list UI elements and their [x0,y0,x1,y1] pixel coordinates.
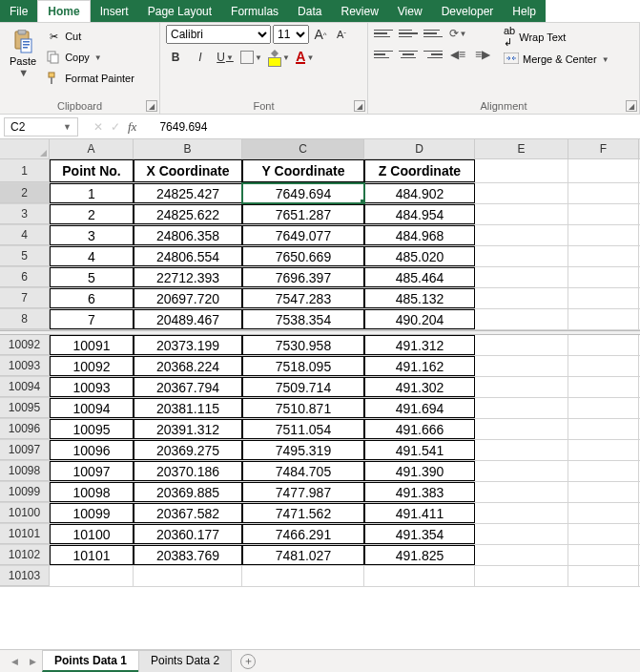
cell-A10099[interactable]: 10098 [50,482,134,502]
clipboard-dialog-launcher-icon[interactable]: ◢ [146,100,157,112]
menu-tab-developer[interactable]: Developer [432,0,504,22]
cell-F4[interactable] [568,225,639,245]
cell-A10093[interactable]: 10092 [50,356,134,376]
cell-D10102[interactable]: 491.825 [364,545,475,565]
cell-D10094[interactable]: 491.302 [364,377,475,397]
cell-C6[interactable]: 7696.397 [242,267,364,287]
row-header[interactable]: 10096 [0,419,50,439]
cell-C10102[interactable]: 7481.027 [242,545,364,565]
row-header[interactable]: 2 [0,183,50,203]
cell-A10092[interactable]: 10091 [50,335,134,355]
align-top-button[interactable] [374,25,393,42]
cell-D7[interactable]: 485.132 [364,288,475,308]
name-box[interactable]: C2 ▼ [4,117,78,136]
cell-F7[interactable] [568,288,639,308]
cell-E1[interactable] [475,159,568,182]
cell-F3[interactable] [568,204,639,224]
cell-E10099[interactable] [475,482,568,502]
cell-F10093[interactable] [568,356,639,376]
cell-D10101[interactable]: 491.354 [364,524,475,544]
cell-F10099[interactable] [568,482,639,502]
cell-B8[interactable]: 20489.467 [134,309,242,329]
row-header[interactable]: 10097 [0,440,50,460]
cell-C10097[interactable]: 7495.319 [242,440,364,460]
cell-D10095[interactable]: 491.694 [364,398,475,418]
cell-C10092[interactable]: 7530.958 [242,335,364,355]
cell-F10097[interactable] [568,440,639,460]
cell-C1[interactable]: Y Coordinate [242,159,364,182]
cell-C10095[interactable]: 7510.871 [242,398,364,418]
cell-C10098[interactable]: 7484.705 [242,461,364,481]
font-name-select[interactable]: Calibri [166,25,271,44]
cell-A8[interactable]: 7 [50,309,134,329]
cell-D10093[interactable]: 491.162 [364,356,475,376]
cell-C7[interactable]: 7547.283 [242,288,364,308]
font-color-button[interactable]: A▼ [296,48,315,67]
add-sheet-button[interactable]: ＋ [240,654,256,669]
alignment-dialog-launcher-icon[interactable]: ◢ [626,100,637,112]
menu-tab-help[interactable]: Help [503,0,546,22]
cell-E10092[interactable] [475,335,568,355]
copy-button[interactable]: Copy ▼ [44,48,136,67]
cell-B6[interactable]: 22712.393 [134,267,242,287]
cell-A10098[interactable]: 10097 [50,461,134,481]
cell-E10101[interactable] [475,524,568,544]
merge-center-button[interactable]: Merge & Center ▼ [504,52,609,66]
cell-F10098[interactable] [568,461,639,481]
cell-F10101[interactable] [568,524,639,544]
cell-E10096[interactable] [475,419,568,439]
underline-button[interactable]: U▼ [216,48,235,67]
menu-tab-page-layout[interactable]: Page Layout [138,0,221,22]
cell-E3[interactable] [475,204,568,224]
paste-button[interactable]: Paste ▼ [6,25,40,98]
cell-F5[interactable] [568,246,639,266]
row-header[interactable]: 4 [0,225,50,245]
cell-D2[interactable]: 484.902 [364,183,475,203]
row-header[interactable]: 5 [0,246,50,266]
enter-formula-icon[interactable]: ✓ [111,120,120,134]
cell-F10094[interactable] [568,377,639,397]
cell-B10093[interactable]: 20368.224 [134,356,242,376]
cell-E6[interactable] [475,267,568,287]
cell-E10093[interactable] [475,356,568,376]
cell-E10095[interactable] [475,398,568,418]
cell-D5[interactable]: 485.020 [364,246,475,266]
cell-A4[interactable]: 3 [50,225,134,245]
cell-A10095[interactable]: 10094 [50,398,134,418]
cell-E10100[interactable] [475,503,568,523]
row-header[interactable]: 10099 [0,482,50,502]
cell-C8[interactable]: 7538.354 [242,309,364,329]
cell-A10100[interactable]: 10099 [50,503,134,523]
cell-A5[interactable]: 4 [50,246,134,266]
cell-B5[interactable]: 24806.554 [134,246,242,266]
col-header-A[interactable]: A [50,139,134,158]
cell-F2[interactable] [568,183,639,203]
orientation-button[interactable]: ⟳▼ [448,25,467,42]
cell-E10098[interactable] [475,461,568,481]
cell-D6[interactable]: 485.464 [364,267,475,287]
col-header-E[interactable]: E [475,139,568,158]
row-header[interactable]: 10094 [0,377,50,397]
cell-E10097[interactable] [475,440,568,460]
cell-F8[interactable] [568,309,639,329]
cell-D1[interactable]: Z Coordinate [364,159,475,182]
font-size-select[interactable]: 11 [273,25,309,44]
cell-D3[interactable]: 484.954 [364,204,475,224]
cell-F10092[interactable] [568,335,639,355]
align-right-button[interactable] [423,46,443,63]
row-header[interactable]: 10101 [0,524,50,544]
format-painter-button[interactable]: Format Painter [44,69,136,88]
cell-B10099[interactable]: 20369.885 [134,482,242,502]
cell-B3[interactable]: 24825.622 [134,204,242,224]
menu-tab-insert[interactable]: Insert [91,0,138,22]
align-bottom-button[interactable] [423,25,443,42]
cell-A10097[interactable]: 10096 [50,440,134,460]
cell-C10099[interactable]: 7477.987 [242,482,364,502]
cell-A10101[interactable]: 10100 [50,524,134,544]
menu-tab-formulas[interactable]: Formulas [221,0,288,22]
sheet-nav-prev-icon[interactable]: ◀ [6,657,24,666]
row-header[interactable]: 7 [0,288,50,308]
row-header[interactable]: 10095 [0,398,50,418]
row-header[interactable]: 1 [0,159,50,182]
increase-font-button[interactable]: A^ [311,25,330,44]
